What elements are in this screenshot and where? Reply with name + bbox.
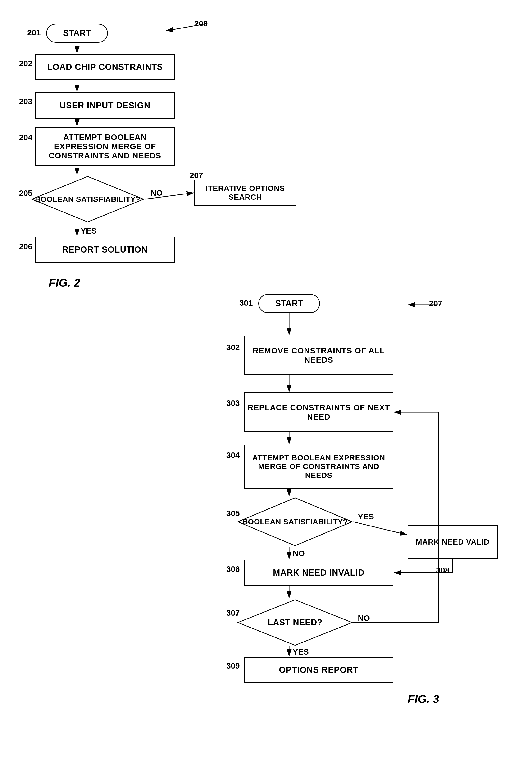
fig2-report-node: REPORT SOLUTION bbox=[35, 237, 175, 263]
fig3-ref-301: 301 bbox=[239, 298, 253, 308]
fig2-ref-204: 204 bbox=[19, 133, 32, 142]
fig2-user-input-node: USER INPUT DESIGN bbox=[35, 92, 175, 118]
svg-line-20 bbox=[353, 522, 407, 535]
fig3-options-report-node: OPTIONS REPORT bbox=[244, 657, 393, 683]
fig2-report-label: REPORT SOLUTION bbox=[62, 245, 148, 255]
fig3-start-label: START bbox=[275, 299, 303, 309]
fig3-remove-label: REMOVE CONSTRAINTS OF ALL NEEDS bbox=[245, 346, 393, 365]
svg-text:YES: YES bbox=[293, 647, 309, 656]
fig3-last-need-node: LAST NEED? bbox=[237, 599, 353, 646]
svg-text:NO: NO bbox=[358, 614, 370, 623]
fig3-ref-309: 309 bbox=[226, 661, 240, 671]
fig3-bool-sat-label: BOOLEAN SATISFIABILITY? bbox=[242, 517, 348, 526]
svg-text:YES: YES bbox=[81, 226, 97, 235]
fig3-ref-303: 303 bbox=[226, 398, 240, 408]
fig2-user-input-label: USER INPUT DESIGN bbox=[59, 100, 150, 110]
fig2-ref-201: 201 bbox=[27, 28, 41, 37]
diagram-container: 200 201 START 202 LOAD CHIP CONSTRAINTS … bbox=[0, 0, 532, 771]
fig3-diagram-label: 207 bbox=[429, 299, 442, 308]
fig3-remove-node: REMOVE CONSTRAINTS OF ALL NEEDS bbox=[244, 336, 393, 375]
fig2-attempt-bool-label: ATTEMPT BOOLEAN EXPRESSION MERGE OF CONS… bbox=[36, 132, 174, 160]
fig2-start-label: START bbox=[63, 28, 91, 38]
fig2-ref-207: 207 bbox=[190, 171, 203, 180]
fig3-bool-sat-node: BOOLEAN SATISFIABILITY? bbox=[237, 497, 353, 547]
fig3-attempt-bool-node: ATTEMPT BOOLEAN EXPRESSION MERGE OF CONS… bbox=[244, 445, 393, 488]
fig3-mark-invalid-label: MARK NEED INVALID bbox=[273, 568, 364, 578]
fig2-iterative-label: ITERATIVE OPTIONS SEARCH bbox=[195, 184, 296, 202]
fig2-load-node: LOAD CHIP CONSTRAINTS bbox=[35, 54, 175, 80]
fig2-bool-sat-node: BOOLEAN SATISFIABILITY? bbox=[31, 175, 145, 223]
fig3-mark-invalid-node: MARK NEED INVALID bbox=[244, 560, 393, 586]
svg-text:NO: NO bbox=[150, 188, 163, 197]
fig2-ref-202: 202 bbox=[19, 59, 32, 68]
fig2-diagram-label: 200 bbox=[194, 19, 208, 28]
fig3-attempt-bool-label: ATTEMPT BOOLEAN EXPRESSION MERGE OF CONS… bbox=[245, 453, 393, 480]
fig3-ref-306: 306 bbox=[226, 564, 240, 574]
fig3-figure-label: FIG. 3 bbox=[408, 693, 439, 706]
fig3-ref-302: 302 bbox=[226, 343, 240, 352]
svg-line-10 bbox=[145, 193, 194, 199]
fig2-load-label: LOAD CHIP CONSTRAINTS bbox=[47, 62, 163, 72]
fig3-ref-304: 304 bbox=[226, 451, 240, 460]
svg-text:YES: YES bbox=[358, 512, 374, 521]
fig2-bool-sat-label: BOOLEAN SATISFIABILITY? bbox=[35, 195, 141, 204]
fig3-start-node: START bbox=[258, 294, 320, 313]
fig2-ref-203: 203 bbox=[19, 97, 32, 106]
fig3-last-need-label: LAST NEED? bbox=[268, 618, 322, 627]
fig3-replace-node: REPLACE CONSTRAINTS OF NEXT NEED bbox=[244, 392, 393, 432]
fig3-replace-label: REPLACE CONSTRAINTS OF NEXT NEED bbox=[245, 403, 393, 421]
fig3-mark-valid-node: MARK NEED VALID bbox=[408, 525, 498, 558]
fig2-ref-206: 206 bbox=[19, 242, 32, 251]
fig3-ref-308: 308 bbox=[436, 565, 450, 575]
fig3-options-report-label: OPTIONS REPORT bbox=[279, 665, 359, 675]
fig2-ref-205: 205 bbox=[19, 188, 32, 198]
fig2-iterative-node: ITERATIVE OPTIONS SEARCH bbox=[194, 180, 296, 206]
fig2-start-node: START bbox=[46, 24, 108, 43]
fig3-mark-valid-label: MARK NEED VALID bbox=[416, 538, 489, 546]
svg-text:NO: NO bbox=[293, 549, 305, 558]
fig2-figure-label: FIG. 2 bbox=[49, 276, 80, 289]
fig2-attempt-bool-node: ATTEMPT BOOLEAN EXPRESSION MERGE OF CONS… bbox=[35, 127, 175, 166]
